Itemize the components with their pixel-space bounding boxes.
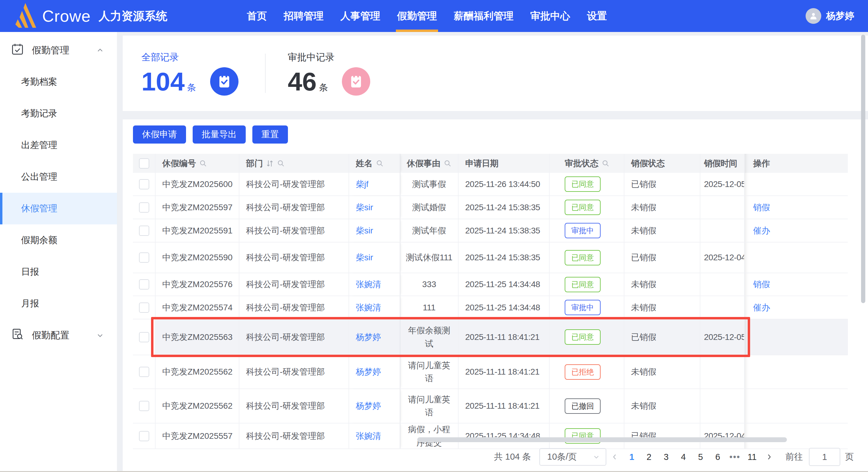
action-cell (745, 423, 848, 448)
employee-name-link[interactable]: 柴sir (356, 202, 373, 213)
approval-status-cell: 审批中 (550, 296, 624, 319)
goto-page-input[interactable] (809, 448, 840, 466)
search-icon[interactable] (274, 159, 285, 167)
row-checkbox[interactable] (139, 179, 149, 189)
employee-name-link[interactable]: 张婉清 (356, 302, 381, 313)
toolbar-button-1[interactable]: 休假申请 (133, 125, 186, 144)
leave-reason-text: 病假，小程序提交 (406, 423, 453, 448)
department-cell: 科技公司-研发管理部 (239, 196, 349, 219)
table-row: 中竞发ZM2025576科技公司-研发管理部张婉清3332025-11-25 1… (133, 273, 848, 296)
leave-reason-cell: 请问儿童英语 (400, 355, 459, 388)
sidebar-item-假期余额[interactable]: 假期余额 (0, 225, 117, 256)
employee-name-link[interactable]: 柴sir (356, 252, 373, 263)
toolbar-button-2[interactable]: 批量导出 (193, 125, 246, 144)
sort-icon[interactable] (263, 159, 274, 168)
page-number-5[interactable]: 5 (692, 452, 709, 462)
employee-name-link[interactable]: 杨梦婷 (356, 366, 381, 378)
stat-2: 审批中记录46条 (288, 51, 371, 96)
apply-date-cell: 2025-11-25 14:34:48 (459, 296, 550, 319)
row-checkbox[interactable] (139, 202, 149, 213)
department-cell: 科技公司-研发管理部 (239, 355, 349, 388)
page-ellipsis[interactable]: ••• (726, 452, 743, 462)
page-number-1[interactable]: 1 (623, 452, 640, 462)
action-link[interactable]: 销假 (753, 279, 770, 290)
nav-item-1[interactable]: 首页 (246, 0, 268, 32)
toolbar-button-3[interactable]: 重置 (252, 125, 288, 144)
approval-status-cell: 已同意 (550, 319, 624, 355)
sidebar-item-公出管理[interactable]: 公出管理 (0, 161, 117, 193)
action-link[interactable]: 催办 (753, 302, 770, 313)
action-link[interactable]: 销假 (753, 202, 770, 213)
horizontal-scrollbar-thumb[interactable] (417, 437, 787, 442)
nav-item-4[interactable]: 假勤管理 (396, 0, 438, 32)
search-icon[interactable] (440, 159, 452, 167)
leave-reason-cell: 333 (400, 273, 459, 296)
apply-date-cell: 2025-11-24 15:38:35 (459, 242, 550, 273)
stat-value: 46 (288, 68, 317, 94)
employee-name-link[interactable]: 柴sir (356, 225, 373, 236)
pagination: 共 104 条 10条/页 123456•••11 前往 页 (494, 448, 854, 466)
cancel-status-cell: 未销假 (624, 355, 701, 388)
nav-item-2[interactable]: 招聘管理 (282, 0, 325, 32)
cancel-status-cell: 已销假 (624, 173, 701, 196)
sidebar-group-1[interactable]: 假勤管理 (0, 34, 117, 66)
row-checkbox[interactable] (139, 279, 149, 290)
user-name: 杨梦婷 (826, 10, 854, 22)
column-header-label: 操作 (753, 158, 770, 169)
next-page-icon[interactable] (761, 453, 778, 461)
action-cell (745, 355, 848, 388)
page-number-2[interactable]: 2 (640, 452, 657, 462)
apply-date-cell: 2025-11-24 15:38:35 (459, 196, 550, 219)
cancel-status-cell: 未销假 (624, 219, 701, 242)
row-checkbox[interactable] (139, 253, 149, 263)
cancel-status-cell: 已销假 (624, 423, 701, 448)
approval-status-cell: 已同意 (550, 196, 624, 219)
prev-page-icon[interactable] (606, 453, 623, 461)
nav-item-5[interactable]: 薪酬福利管理 (453, 0, 515, 32)
sidebar-group-label: 假勤配置 (32, 329, 69, 342)
employee-name-link[interactable]: 张婉清 (356, 279, 381, 290)
page-number-4[interactable]: 4 (675, 452, 692, 462)
row-checkbox[interactable] (139, 431, 149, 441)
approval-status-cell: 已同意 (550, 273, 624, 296)
page-number-6[interactable]: 6 (709, 452, 726, 462)
nav-item-3[interactable]: 人事管理 (339, 0, 381, 32)
employee-name-link[interactable]: 柴jf (356, 179, 368, 190)
row-checkbox[interactable] (139, 332, 149, 342)
search-icon[interactable] (373, 159, 384, 167)
cancel-time-cell (701, 355, 745, 388)
row-checkbox-cell (133, 242, 156, 273)
row-checkbox[interactable] (139, 226, 149, 236)
search-icon[interactable] (598, 159, 610, 167)
sidebar-item-月报[interactable]: 月报 (0, 288, 117, 319)
sidebar-item-休假管理[interactable]: 休假管理 (0, 193, 117, 225)
action-link[interactable]: 催办 (753, 225, 770, 236)
row-checkbox[interactable] (139, 367, 149, 377)
select-all-checkbox[interactable] (139, 158, 149, 169)
employee-name-cell: 柴sir (349, 242, 400, 273)
employee-name-link[interactable]: 杨梦婷 (356, 331, 381, 343)
sidebar-item-出差管理[interactable]: 出差管理 (0, 129, 117, 161)
employee-name-link[interactable]: 杨梦婷 (356, 400, 381, 412)
leave-reason-cell: 年假余额测试 (400, 319, 459, 355)
column-header-label: 休假事由 (407, 157, 440, 170)
nav-item-6[interactable]: 审批中心 (529, 0, 571, 32)
sidebar-group-2[interactable]: 假勤配置 (0, 319, 117, 351)
sidebar-item-考勤记录[interactable]: 考勤记录 (0, 98, 117, 129)
apply-date-cell: 2025-11-26 13:44:50 (459, 173, 550, 196)
user-area[interactable]: 杨梦婷 (806, 8, 854, 24)
nav-item-7[interactable]: 设置 (586, 0, 608, 32)
page-size-select[interactable]: 10条/页 (539, 448, 606, 466)
table-header-row: 休假编号部门姓名休假事由申请日期审批状态销假状态销假时间操作 (133, 154, 848, 173)
page-number-11[interactable]: 11 (743, 452, 761, 462)
row-checkbox[interactable] (139, 302, 149, 313)
calendar-check-icon (11, 42, 24, 58)
row-checkbox[interactable] (139, 401, 149, 411)
sidebar-item-日报[interactable]: 日报 (0, 256, 117, 288)
sidebar-item-考勤档案[interactable]: 考勤档案 (0, 66, 117, 98)
employee-name-cell: 杨梦婷 (349, 319, 400, 355)
search-icon[interactable] (196, 159, 207, 167)
page-number-3[interactable]: 3 (657, 452, 675, 462)
vertical-scrollbar-thumb[interactable] (861, 35, 865, 303)
employee-name-link[interactable]: 张婉清 (356, 431, 381, 442)
